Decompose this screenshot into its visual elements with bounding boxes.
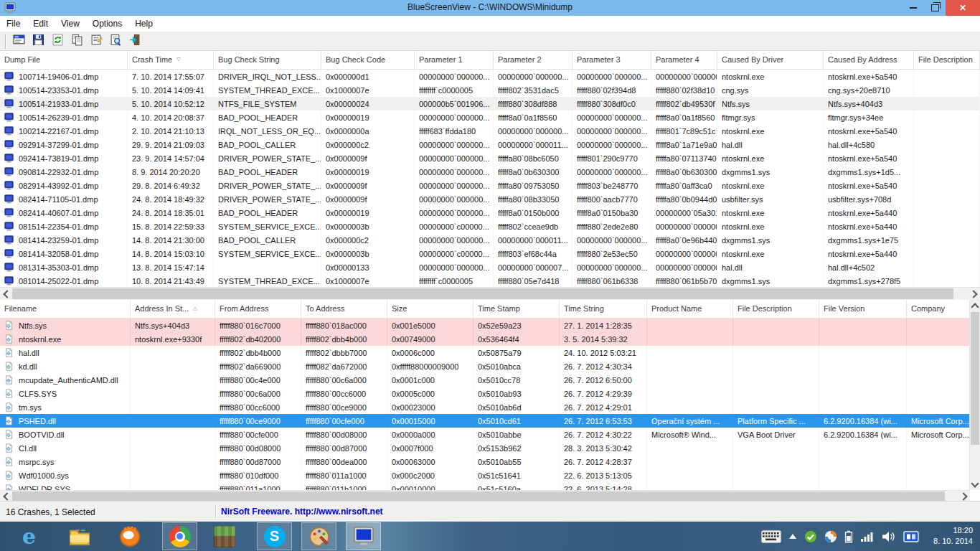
crash-row-081014-25022-01-dmp[interactable]: 081014-25022-01.dmp10. 8. 2014 21:43:49S… [0, 274, 980, 287]
crash-row-100714-19406-01-dmp[interactable]: 100714-19406-01.dmp7. 10. 2014 17:55:07D… [0, 70, 980, 83]
chevron-left-icon [3, 290, 11, 298]
title-bar[interactable]: BlueScreenView - C:\WINDOWS\Minidump ✕ [0, 0, 980, 16]
column-header-caused-by-driver[interactable]: Caused By Driver [717, 51, 824, 69]
minimize-button[interactable] [903, 0, 924, 16]
column-header-time-string[interactable]: Time String [560, 300, 647, 318]
lower-vertical-scrollbar[interactable] [969, 300, 980, 490]
crash-row-100214-22167-01-dmp[interactable]: 100214-22167-01.dmp2. 10. 2014 21:10:13I… [0, 124, 980, 138]
taskbar-app-minecraft[interactable] [207, 522, 242, 550]
crash-row-092414-73819-01-dmp[interactable]: 092414-73819-01.dmp23. 9. 2014 14:57:04D… [0, 151, 980, 165]
crash-row-082414-40607-01-dmp[interactable]: 082414-40607-01.dmp24. 8. 2014 18:35:01B… [0, 206, 980, 220]
crash-row-100514-23353-01-dmp[interactable]: 100514-23353-01.dmp5. 10. 2014 14:09:41S… [0, 83, 980, 97]
taskbar-app-skype[interactable]: S [257, 522, 292, 550]
display-adapter-icon[interactable] [903, 531, 919, 542]
taskbar-app-bluescreenview[interactable] [346, 522, 381, 550]
menu-item-help[interactable]: Help [128, 16, 159, 32]
refresh-button[interactable] [49, 34, 66, 50]
column-header-from-address[interactable]: From Address [215, 300, 301, 318]
crash-row-092914-37299-01-dmp[interactable]: 092914-37299-01.dmp29. 9. 2014 21:09:03B… [0, 138, 980, 151]
column-header-company[interactable]: Company [907, 300, 970, 318]
driver-row-msrpc-sys[interactable]: msrpc.sysfffff880`00d87000fffff880`00dea… [0, 455, 980, 468]
driver-row-wdf01000-sys[interactable]: Wdf01000.sysfffff880`010df000fffff880`01… [0, 468, 980, 482]
advanced-options-button[interactable] [10, 34, 27, 50]
scrollbar-thumb[interactable] [12, 491, 945, 501]
column-header-time-stamp[interactable]: Time Stamp [473, 300, 560, 318]
crash-row-100514-26239-01-dmp[interactable]: 100514-26239-01.dmp4. 10. 2014 20:08:37B… [0, 110, 980, 124]
crash-row-081314-35303-01-dmp[interactable]: 081314-35303-01.dmp13. 8. 2014 15:47:140… [0, 260, 980, 274]
column-header-parameter-1[interactable]: Parameter 1 [415, 51, 494, 69]
network-signal-icon[interactable] [860, 531, 875, 542]
scroll-down-arrow[interactable] [970, 479, 980, 490]
column-header-to-address[interactable]: To Address [301, 300, 387, 318]
driver-row-pshed-dll[interactable]: PSHED.dllfffff880`00ce9000fffff880`00cfe… [0, 414, 980, 428]
crash-row-082914-43992-01-dmp[interactable]: 082914-43992-01.dmp29. 8. 2014 6:49:32DR… [0, 179, 980, 192]
column-header-product-name[interactable]: Product Name [647, 300, 733, 318]
driver-row-tm-sys[interactable]: tm.sysfffff880`00cc6000fffff880`00ce9000… [0, 400, 980, 414]
avg-updater-icon[interactable] [824, 530, 837, 543]
crash-row-081414-23259-01-dmp[interactable]: 081414-23259-01.dmp14. 8. 2014 21:30:00B… [0, 233, 980, 247]
copy-button[interactable] [68, 34, 85, 50]
nirsoft-link[interactable]: NirSoft Freeware. http://www.nirsoft.net [221, 507, 383, 517]
column-header-file-description[interactable]: File Description [733, 300, 819, 318]
driver-row-mcupdate-authenticamd-dll[interactable]: mcupdate_AuthenticAMD.dllfffff880`00c4e0… [0, 373, 980, 387]
column-header-file-version[interactable]: File Version [819, 300, 907, 318]
touch-keyboard-icon[interactable] [761, 530, 781, 543]
driver-row-ntfs-sys[interactable]: Ntfs.sysNtfs.sys+404d3fffff880`016c7000f… [0, 319, 980, 332]
column-header-file-description[interactable]: File Description [914, 51, 980, 69]
column-header-crash-time[interactable]: Crash Time▽ [128, 51, 214, 69]
menu-item-edit[interactable]: Edit [27, 16, 55, 32]
column-header-dump-file[interactable]: Dump File [0, 51, 128, 69]
antivirus-shield-icon[interactable] [804, 530, 817, 543]
cell-parameter-2: 00000000`000000... [494, 70, 573, 83]
taskbar-app-file-explorer[interactable] [62, 522, 97, 550]
menu-item-file[interactable]: File [0, 16, 27, 32]
taskbar-clock[interactable]: 18:20 8. 10. 2014 [933, 525, 973, 547]
cell-size: 0x00015000 [387, 414, 473, 428]
driver-row-wdfldr-sys[interactable]: WDFLDR.SYSfffff880`011a1000fffff880`011b… [0, 482, 980, 490]
desktop: BlueScreenView - C:\WINDOWS\Minidump ✕ F… [0, 0, 980, 551]
driver-row-hal-dll[interactable]: hal.dllfffff802`dbb4b000fffff802`dbbb700… [0, 346, 980, 359]
column-header-filename[interactable]: Filename [0, 300, 131, 318]
driver-row-kd-dll[interactable]: kd.dllfffff802`da669000fffff082`da672000… [0, 359, 980, 373]
driver-row-bootvid-dll[interactable]: BOOTVID.dllfffff880`00cfe000fffff880`00d… [0, 428, 980, 441]
battery-icon[interactable] [844, 530, 853, 543]
crash-row-082414-71105-01-dmp[interactable]: 082414-71105-01.dmp24. 8. 2014 18:49:32D… [0, 192, 980, 206]
taskbar-app-internet-explorer[interactable]: e [11, 522, 47, 550]
driver-row-ci-dll[interactable]: CI.dllfffff880`00d08000fffff880`00d87000… [0, 441, 980, 455]
crash-row-100514-21933-01-dmp[interactable]: 100514-21933-01.dmp5. 10. 2014 10:52:12N… [0, 97, 980, 110]
properties-button[interactable] [88, 34, 105, 50]
scroll-right-arrow[interactable] [968, 288, 980, 300]
menu-item-options[interactable]: Options [86, 16, 128, 32]
menu-item-view[interactable]: View [55, 16, 86, 32]
taskbar-app-chrome[interactable] [162, 522, 197, 550]
scroll-up-arrow[interactable] [970, 300, 980, 311]
scroll-right-arrow[interactable] [958, 491, 970, 501]
scrollbar-thumb[interactable] [12, 288, 953, 299]
crash-row-081514-22354-01-dmp[interactable]: 081514-22354-01.dmp15. 8. 2014 22:59:33S… [0, 220, 980, 233]
column-header-parameter-2[interactable]: Parameter 2 [494, 51, 573, 69]
upper-horizontal-scrollbar[interactable] [0, 287, 980, 301]
scroll-left-arrow[interactable] [0, 491, 12, 501]
restore-button[interactable] [924, 0, 946, 16]
show-hidden-icons-icon[interactable] [788, 533, 797, 540]
taskbar-app-paint[interactable] [301, 522, 336, 550]
crash-row-090814-22932-01-dmp[interactable]: 090814-22932-01.dmp8. 9. 2014 20:20:20BA… [0, 165, 980, 179]
column-header-parameter-3[interactable]: Parameter 3 [573, 51, 651, 69]
driver-row-ntoskrnl-exe[interactable]: ntoskrnl.exentoskrnl.exe+9330ffffff802`d… [0, 332, 980, 346]
close-button[interactable]: ✕ [946, 0, 980, 16]
driver-row-clfs-sys[interactable]: CLFS.SYSfffff880`00c6a000fffff880`00cc60… [0, 387, 980, 400]
save-button[interactable] [29, 34, 47, 50]
column-header-caused-by-address[interactable]: Caused By Address [824, 51, 914, 69]
scroll-left-arrow[interactable] [0, 288, 12, 300]
crash-row-081414-32058-01-dmp[interactable]: 081414-32058-01.dmp14. 8. 2014 15:03:10S… [0, 247, 980, 260]
column-header-address-in-st[interactable]: Address In St...△ [131, 300, 215, 318]
column-header-size[interactable]: Size [387, 300, 473, 318]
scrollbar-thumb[interactable] [971, 312, 979, 445]
exit-button[interactable] [126, 34, 143, 50]
find-button[interactable] [107, 34, 124, 50]
column-header-parameter-4[interactable]: Parameter 4 [651, 51, 717, 69]
taskbar-app-gom-player[interactable] [112, 522, 147, 550]
column-header-bug-check-code[interactable]: Bug Check Code [321, 51, 415, 69]
volume-icon[interactable] [882, 531, 896, 542]
column-header-bug-check-string[interactable]: Bug Check String [214, 51, 321, 69]
